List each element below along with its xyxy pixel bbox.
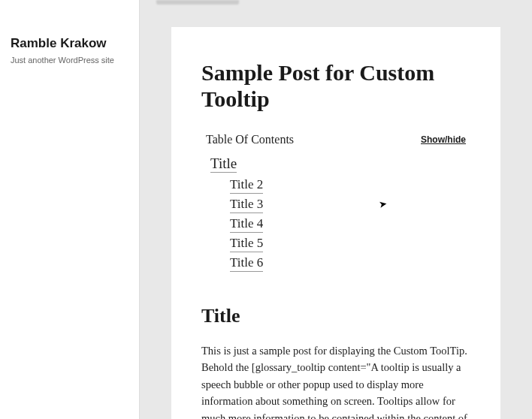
post-body-paragraph: This is just a sample post for displayin… (201, 342, 470, 419)
toc-sub-list: Title 2 Title 3 Title 4 Title 5 Title 6 (230, 177, 470, 275)
post-title: Sample Post for Custom Tooltip (201, 60, 470, 112)
toc-sub-item[interactable]: Title 6 (230, 255, 263, 272)
toc-list: Title Title 2 Title 3 Title 4 Title 5 Ti… (210, 155, 470, 275)
toc-sub-item[interactable]: Title 5 (230, 236, 263, 252)
toc-item-main[interactable]: Title (210, 155, 237, 173)
toc-header: Table Of Contents Show/hide (201, 133, 470, 146)
toc-sub-item[interactable]: Title 3 (230, 197, 263, 213)
toc-sub-item[interactable]: Title 2 (230, 177, 263, 194)
sidebar: Ramble Krakow Just another WordPress sit… (0, 0, 140, 419)
toc-label: Table Of Contents (206, 133, 294, 146)
toc-sub-item[interactable]: Title 4 (230, 216, 263, 233)
site-tagline: Just another WordPress site (11, 56, 128, 65)
main-content-area: Sample Post for Custom Tooltip Table Of … (140, 0, 532, 419)
top-shadow-decoration (156, 0, 239, 5)
site-title[interactable]: Ramble Krakow (11, 36, 128, 51)
toc-toggle-link[interactable]: Show/hide (421, 134, 466, 145)
section-heading: Title (201, 305, 470, 327)
post-article: Sample Post for Custom Tooltip Table Of … (171, 27, 500, 419)
